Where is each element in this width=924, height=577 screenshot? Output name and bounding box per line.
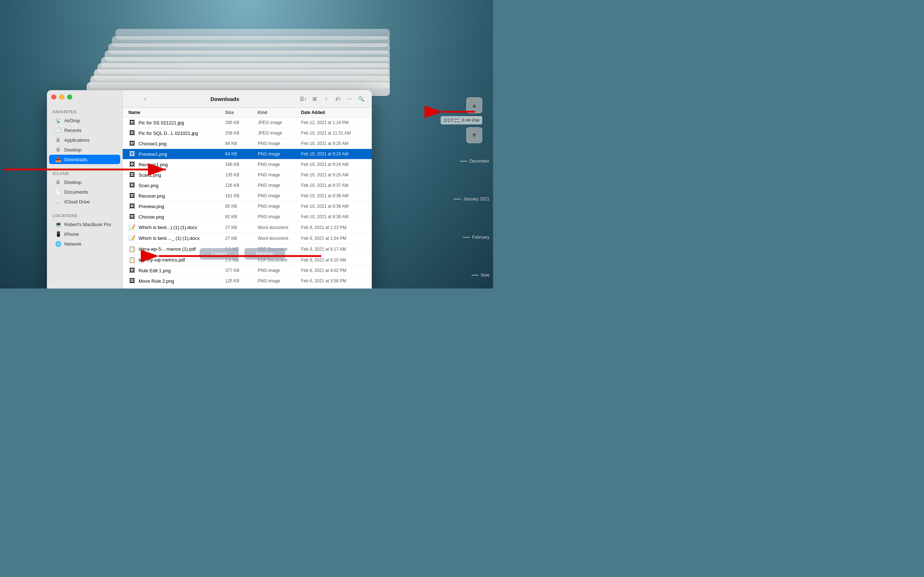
file-kind: PNG image (258, 268, 301, 273)
col-kind[interactable]: Kind (258, 110, 301, 115)
sidebar-item-downloads[interactable]: 📥 Downloads (49, 155, 120, 164)
file-size: 258 KB (225, 131, 258, 135)
file-name: Recover1.png (139, 162, 168, 167)
search-button[interactable]: 🔍 (356, 94, 366, 104)
minimize-button[interactable] (59, 95, 64, 100)
locations-section-label: Locations (47, 211, 122, 219)
file-row[interactable]: 🖼 Recover1.png 166 KB PNG image Feb 10, … (123, 160, 372, 170)
timeline-tick (453, 120, 460, 121)
file-row[interactable]: 🖼 Preview1.png 64 KB PNG image Feb 10, 2… (123, 149, 372, 160)
more-button[interactable]: ⋯ (344, 94, 354, 104)
sidebar-item-airdrop[interactable]: 📡 AirDrop (49, 116, 120, 125)
file-kind: PNG image (258, 172, 301, 177)
col-date[interactable]: Date Added (301, 110, 366, 115)
timeline-tick (463, 237, 470, 238)
sidebar-item-icloud-desktop[interactable]: 🖥 Desktop (49, 177, 120, 187)
sidebar-item-macbook-label: Robert's MacBook Pro (64, 222, 111, 227)
file-date: Feb 10, 2021 at 9:24 AM (301, 162, 366, 167)
file-row[interactable]: 🖼 Recover.png 161 KB PNG image Feb 10, 2… (123, 191, 372, 201)
file-row[interactable]: 📝 Which is best...) (1) (1).docx 27 KB W… (123, 222, 372, 233)
toolbar-title: Downloads (155, 96, 295, 102)
sidebar-item-recents[interactable]: 🕐 Recents (49, 126, 120, 135)
timeline-tick (460, 161, 467, 161)
col-size[interactable]: Size (225, 110, 258, 115)
file-name: Which is best...._ (1) (1).docx (139, 235, 200, 241)
file-kind: PNG image (258, 183, 301, 188)
sidebar-item-airdrop-label: AirDrop (64, 118, 80, 123)
file-row[interactable]: 🖼 Scan.png 126 KB PNG image Feb 10, 2021… (123, 180, 372, 191)
file-row[interactable]: 🖼 Pic for SQL D...L 021021.jpg 258 KB JP… (123, 128, 372, 139)
sidebar-item-network[interactable]: 🌐 Network (49, 239, 120, 248)
applications-icon: 🖥 (55, 137, 61, 143)
file-icon: 🖼 (129, 193, 136, 199)
file-name: Scan1.png (139, 172, 161, 178)
file-row[interactable]: 🖼 Rule Edit 1.png 377 KB PNG image Feb 6… (123, 266, 372, 276)
file-name: Move Rule 2.png (139, 279, 174, 284)
file-row[interactable]: 🖼 Choose1.png 84 KB PNG image Feb 10, 20… (123, 139, 372, 149)
cancel-button[interactable]: Cancel (200, 248, 239, 259)
file-row[interactable]: 🖼 Choose.png 82 KB PNG image Feb 10, 202… (123, 212, 372, 222)
file-date: Feb 9, 2021 at 9:10 AM (301, 258, 366, 263)
sidebar-item-documents[interactable]: 📄 Documents (49, 187, 120, 197)
file-icon: 🖼 (129, 172, 136, 178)
file-name: Rule Edit 1.png (139, 268, 171, 273)
sidebar-item-icloud-drive[interactable]: ☁️ iCloud Drive (49, 197, 120, 206)
file-icon: 📝 (129, 235, 136, 242)
file-row[interactable]: 🖼 Move Rule 2.png 125 KB PNG image Feb 6… (123, 276, 372, 286)
chevron-up-icon: ▲ (471, 102, 478, 109)
file-date: Feb 10, 2021 at 9:25 AM (301, 141, 366, 146)
back-button[interactable]: ‹ (129, 94, 139, 104)
sidebar-item-macbook[interactable]: 💻 Robert's MacBook Pro (49, 220, 120, 229)
share-button[interactable]: ↑ (321, 94, 331, 104)
file-row[interactable]: 🖼 Scan1.png 135 KB PNG image Feb 10, 202… (123, 170, 372, 180)
col-name[interactable]: Name (129, 110, 225, 115)
file-name: Preview.png (139, 204, 164, 209)
sidebar: Favorites 📡 AirDrop 🕐 Recents 🖥 Applicat… (47, 90, 123, 288)
file-icon: 🖼 (129, 182, 136, 189)
sidebar-item-iphone[interactable]: 📱 iPhone (49, 229, 120, 239)
sidebar-item-applications[interactable]: 🖥 Applications (49, 135, 120, 145)
desktop-icon: 🖥 (55, 147, 61, 153)
file-size: 126 KB (225, 183, 258, 188)
grid-view-button[interactable]: ⊞ (310, 94, 320, 104)
file-row[interactable]: 🖼 Preview.png 65 KB PNG image Feb 10, 20… (123, 201, 372, 212)
file-row[interactable]: 📝 Which is best...._ (1) (1).docx 27 KB … (123, 233, 372, 244)
file-icon: 🖼 (129, 278, 136, 284)
file-name: Preview1.png (139, 152, 167, 157)
file-date: Feb 9, 2021 at 1:23 PM (301, 225, 366, 230)
file-date: Feb 10, 2021 at 8:36 AM (301, 214, 366, 219)
file-date: Feb 9, 2021 at 9:17 AM (301, 247, 366, 252)
file-icon: 📋 (129, 256, 136, 263)
timemachine-up-button[interactable]: ▲ (466, 97, 482, 113)
file-kind: PNG image (258, 214, 301, 219)
file-date: Feb 10, 2021 at 8:36 AM (301, 193, 366, 198)
file-kind: Word document (258, 225, 301, 230)
file-kind: PNG image (258, 279, 301, 284)
sidebar-item-icloud-desktop-label: Desktop (64, 180, 82, 185)
sidebar-item-network-label: Network (64, 241, 82, 247)
file-icon: 🖼 (129, 119, 136, 126)
file-icon: 🖼 (129, 130, 136, 136)
file-size: 377 KB (225, 268, 258, 273)
file-icon: 🖼 (129, 161, 136, 168)
file-icon: 🖼 (129, 140, 136, 147)
file-icon: 🖼 (129, 267, 136, 274)
file-row[interactable]: 🖼 Pic for SS 021221.jpg 285 KB JPEG imag… (123, 118, 372, 128)
file-size: 135 KB (225, 172, 258, 177)
file-row[interactable]: 🖼 Move Rule 1.png 151 KB PNG image Feb 6… (123, 286, 372, 288)
forward-button[interactable]: › (140, 94, 150, 104)
sidebar-item-applications-label: Applications (64, 137, 89, 143)
file-kind: JPEG image (258, 131, 301, 135)
maximize-button[interactable] (67, 95, 72, 100)
file-name: Choose.png (139, 214, 164, 220)
file-name: Recover.png (139, 193, 165, 199)
documents-icon: 📄 (55, 189, 61, 195)
restore-button[interactable]: Restore (244, 248, 285, 259)
toolbar: ‹ › Downloads ☰↕ ⊞ ↑ 🏷 ⋯ 🔍 (123, 90, 372, 108)
file-size: 27 KB (225, 236, 258, 241)
file-list: 🖼 Pic for SS 021221.jpg 285 KB JPEG imag… (123, 118, 372, 288)
sidebar-item-desktop[interactable]: 🖥 Desktop (49, 145, 120, 154)
list-view-button[interactable]: ☰↕ (298, 94, 308, 104)
tag-button[interactable]: 🏷 (333, 94, 343, 104)
close-button[interactable] (51, 95, 56, 100)
